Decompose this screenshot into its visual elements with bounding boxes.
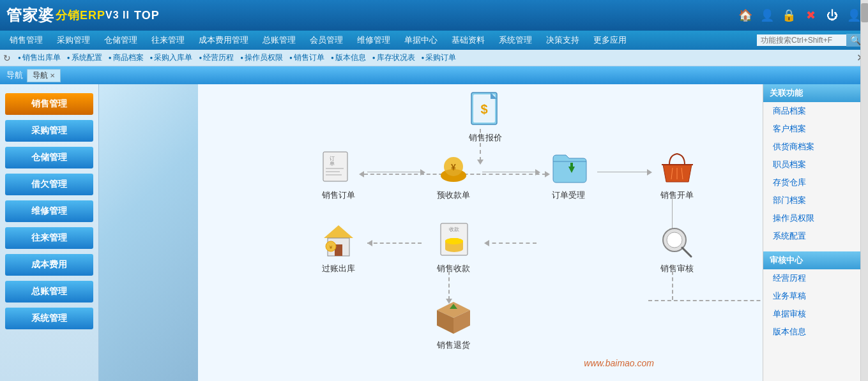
nav-item-sales[interactable]: 销售管理 (3, 32, 49, 49)
sidebar-item-debt[interactable]: 借欠管理 (5, 174, 93, 195)
user-icon[interactable]: 👤 (759, 8, 775, 22)
home-icon[interactable]: 🏠 (738, 8, 753, 22)
flow-node-shenhe[interactable]: 销售审核 (648, 221, 706, 274)
content: 销售管理 采购管理 仓储管理 借欠管理 维修管理 往来管理 成本费用 总账管理 … (0, 84, 868, 381)
logo: 管家婆 分销ERP V3 II TOP (6, 5, 160, 26)
shoukuan-label: 销售收款 (437, 263, 470, 274)
nav-item-repair[interactable]: 维修管理 (351, 32, 397, 49)
flowchart: $ 销售报价 (99, 84, 763, 378)
power-icon[interactable]: ⏻ (825, 9, 840, 22)
nav-item-warehouse[interactable]: 仓储管理 (98, 32, 144, 49)
sidebar-item-cost[interactable]: 成本费用 (5, 254, 93, 276)
tab-business-history[interactable]: 经营历程 (196, 52, 236, 63)
sidebar-item-repair[interactable]: 维修管理 (5, 200, 93, 222)
flow-node-yukuan[interactable]: ¥ 预收款单 (425, 148, 482, 201)
nav-item-decision[interactable]: 决策支持 (540, 32, 586, 49)
tab-purchase-order[interactable]: 采购订单 (419, 52, 459, 63)
right-link-customer[interactable]: 客户档案 (763, 120, 868, 138)
yukuan-icon: ¥ (431, 148, 476, 186)
right-link-audit[interactable]: 单据审核 (763, 305, 868, 323)
svg-point-31 (445, 238, 463, 244)
flow-node-dingdan[interactable]: 订 单 销售订单 (310, 148, 367, 201)
shoukuan-icon: 收款 (431, 221, 476, 260)
tab-version[interactable]: 版本信息 (328, 52, 369, 63)
kaidan-label: 销售开单 (660, 190, 694, 201)
nav-item-more[interactable]: 更多应用 (587, 32, 633, 49)
flow-node-tuihuo[interactable]: 销售退货 (425, 298, 482, 351)
tab-purchase-in[interactable]: 采购入库单 (148, 52, 195, 63)
nav-item-ledger[interactable]: 总账管理 (256, 32, 302, 49)
logo-v: V3 II (105, 10, 130, 21)
tuihuo-label: 销售退货 (437, 340, 470, 351)
related-functions-title: 关联功能 (763, 84, 868, 102)
shenhe-label: 销售审核 (660, 263, 694, 274)
tab-sales-out[interactable]: 销售出库单 (15, 52, 63, 63)
sidebar-item-warehouse[interactable]: 仓储管理 (5, 147, 93, 168)
right-link-warehouse[interactable]: 存货仓库 (763, 174, 868, 191)
panel-tab-close-icon[interactable]: ✕ (50, 72, 55, 79)
header-icons: 🏠 👤 🔒 ✖ ⏻ 👤 (738, 8, 862, 22)
audit-center-title: 审核中心 (763, 251, 868, 269)
right-link-operator[interactable]: 操作员权限 (763, 209, 868, 227)
shouli-icon (546, 148, 591, 186)
nav-item-purchase[interactable]: 采购管理 (50, 32, 96, 49)
right-link-dept[interactable]: 部门档案 (763, 191, 868, 209)
sidebar-item-transaction[interactable]: 往来管理 (5, 227, 93, 249)
scrollbar[interactable] (860, 84, 868, 381)
right-link-history[interactable]: 经营历程 (763, 269, 868, 287)
shenhe-icon (655, 221, 699, 260)
tab-operator-perm[interactable]: 操作员权限 (238, 52, 286, 63)
flow-node-shouli[interactable]: 订单受理 (540, 148, 597, 201)
svg-line-34 (682, 248, 691, 257)
person-icon[interactable]: 👤 (846, 8, 862, 22)
navbar: 销售管理 采购管理 仓储管理 往来管理 成本费用管理 总账管理 会员管理 维修管… (0, 31, 868, 50)
dingdan-label: 销售订单 (322, 190, 355, 201)
nav-item-voucher[interactable]: 单据中心 (398, 32, 444, 49)
logo-en: 分销ERP (56, 8, 105, 23)
right-link-supplier[interactable]: 供货商档案 (763, 138, 868, 156)
panel-tab-nav[interactable]: 导航 ✕ (27, 69, 61, 82)
tab-stock-status[interactable]: 库存状况表 (370, 52, 418, 63)
nav-item-system[interactable]: 系统管理 (492, 32, 538, 49)
svg-rect-4 (323, 152, 347, 181)
tab-sales-order[interactable]: 销售订单 (287, 52, 327, 63)
right-link-staff[interactable]: 职员档案 (763, 156, 868, 174)
svg-point-13 (441, 169, 466, 182)
sidebar-item-ledger[interactable]: 总账管理 (5, 281, 93, 303)
lock-icon[interactable]: 🔒 (781, 8, 796, 22)
right-link-sysconfig[interactable]: 系统配置 (763, 227, 868, 245)
kaidan-icon (655, 148, 699, 186)
flow-node-shoukuan[interactable]: 收款 销售收款 (425, 221, 482, 274)
sidebar-item-purchase[interactable]: 采购管理 (5, 120, 93, 142)
nav-item-cost[interactable]: 成本费用管理 (192, 32, 255, 49)
svg-rect-8 (326, 171, 340, 172)
nav-item-transaction[interactable]: 往来管理 (145, 32, 191, 49)
svg-text:$: $ (480, 102, 487, 116)
svg-rect-7 (326, 168, 344, 169)
right-link-version[interactable]: 版本信息 (763, 323, 868, 341)
baojia-icon: $ (463, 91, 508, 129)
main-content: $ 销售报价 (99, 84, 763, 381)
nav-search: 🔍 (757, 34, 865, 47)
nav-item-basic[interactable]: 基础资料 (445, 32, 491, 49)
shouli-label: 订单受理 (552, 190, 585, 201)
nav-item-member[interactable]: 会员管理 (303, 32, 349, 49)
tab-goods-file[interactable]: 商品档案 (106, 52, 146, 63)
flow-node-kaidan[interactable]: 销售开单 (648, 148, 706, 201)
logo-top: TOP (134, 9, 160, 22)
right-link-draft[interactable]: 业务草稿 (763, 287, 868, 305)
right-link-goods[interactable]: 商品档案 (763, 102, 868, 120)
tab-sys-config[interactable]: 系统配置 (65, 52, 105, 63)
flow-node-baojia[interactable]: $ 销售报价 (457, 91, 514, 144)
sidebar-item-sales[interactable]: 销售管理 (5, 93, 93, 115)
yukuan-label: 预收款单 (437, 190, 470, 201)
search-input[interactable] (757, 34, 846, 46)
tabbar: ↻ 销售出库单 系统配置 商品档案 采购入库单 经营历程 操作员权限 销售订单 … (0, 50, 868, 66)
tab-refresh-icon[interactable]: ↻ (3, 53, 11, 63)
header: 管家婆 分销ERP V3 II TOP 🏠 👤 🔒 ✖ ⏻ 👤 (0, 0, 868, 31)
sidebar-item-system[interactable]: 系统管理 (5, 308, 93, 329)
flow-node-chuku[interactable]: ¥ 过账出库 (310, 221, 367, 274)
svg-text:单: 单 (330, 161, 335, 167)
close-icon[interactable]: ✖ (803, 8, 818, 22)
sidebar: 销售管理 采购管理 仓储管理 借欠管理 维修管理 往来管理 成本费用 总账管理 … (0, 84, 99, 381)
